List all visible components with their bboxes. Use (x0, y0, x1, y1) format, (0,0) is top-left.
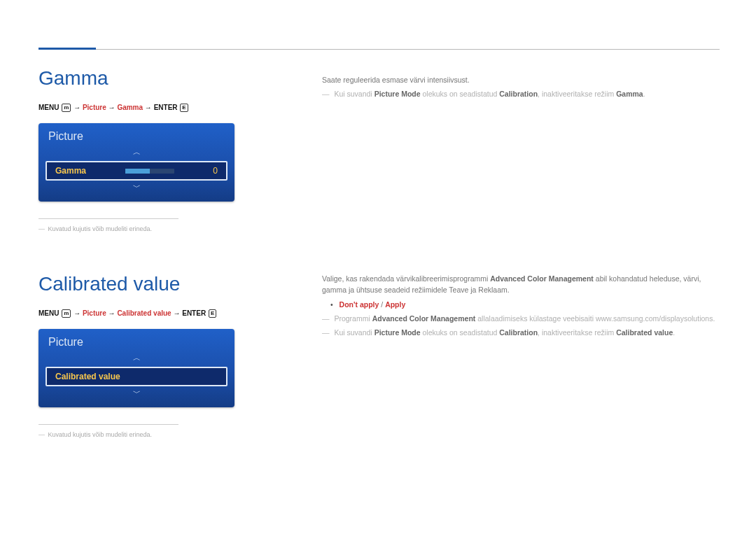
osd-selected-row[interactable]: Calibrated value (46, 367, 227, 386)
acm-bold: Advanced Color Management (490, 274, 594, 283)
t: Valige, kas rakendada värvikalibreerimis… (322, 274, 488, 283)
acm-bold: Advanced Color Management (372, 314, 476, 323)
section-calibrated-right: Valige, kas rakendada värvikalibreerimis… (322, 273, 720, 341)
section-gamma-left: Gamma MENU m → Picture → Gamma → ENTER E… (38, 67, 270, 234)
t: / (381, 300, 383, 309)
option-apply: Apply (385, 300, 405, 309)
osd-panel-gamma: Picture ︿ Gamma 0 ﹀ (38, 123, 234, 202)
t: Kui suvandi (334, 328, 372, 337)
bc-arrow: → (173, 309, 180, 317)
footnote-text: Kuvatud kujutis võib mudeliti erineda. (48, 431, 153, 438)
footnote-text: Kuvatud kujutis võib mudeliti erineda. (48, 225, 153, 232)
page-top-rule (38, 49, 720, 50)
osd-selected-label: Calibrated value (55, 372, 120, 381)
bc-picture: Picture (83, 309, 106, 317)
bc-arrow: → (108, 104, 115, 111)
section-gamma-right: Saate reguleerida esmase värvi intensiiv… (322, 74, 720, 103)
option-dont-apply: Don't apply (340, 300, 379, 309)
divider (38, 424, 178, 425)
bc-gamma: Gamma (117, 104, 143, 111)
osd-title: Picture (38, 123, 234, 147)
t: Kui suvandi (334, 90, 372, 98)
osd-arrow-down-row[interactable]: ﹀ (38, 388, 234, 400)
bc-enter: ENTER (154, 104, 178, 111)
cal-note-1: ― Programmi Advanced Color Management al… (322, 313, 720, 324)
t: olekuks on seadistatud (423, 328, 498, 337)
chevron-up-icon: ︿ (133, 147, 141, 157)
gamma-desc: Saate reguleerida esmase värvi intensiiv… (322, 74, 720, 85)
calibrated-value-bold: Calibrated value (616, 328, 673, 337)
t: allalaadimiseks külastage veebisaiti www… (477, 314, 715, 323)
bc-picture: Picture (83, 104, 106, 111)
breadcrumb-gamma: MENU m → Picture → Gamma → ENTER E (38, 104, 270, 112)
chevron-down-icon: ﹀ (133, 388, 141, 398)
t: , inaktiveeritakse režiim (538, 328, 614, 337)
bullet-icon: • (330, 300, 333, 309)
osd-selected-row[interactable]: Gamma 0 (46, 161, 227, 181)
section-calibrated-left: Calibrated value MENU m → Picture → Cali… (38, 273, 270, 440)
dash-icon: ― (322, 328, 330, 337)
dash-icon: ― (38, 225, 45, 232)
osd-arrow-up-row[interactable]: ︿ (38, 147, 234, 160)
cal-desc: Valige, kas rakendada värvikalibreerimis… (322, 273, 720, 296)
chevron-up-icon: ︿ (133, 353, 141, 363)
divider (38, 218, 178, 219)
bc-arrow: → (145, 104, 152, 111)
enter-icon: E (180, 104, 188, 112)
t: . (673, 328, 675, 337)
cal-note-2: ― Kui suvandi Picture Mode olekuks on se… (322, 327, 720, 338)
t: . (643, 90, 645, 98)
menu-icon: m (62, 309, 71, 318)
gamma-note: ― Kui suvandi Picture Mode olekuks on se… (322, 88, 720, 99)
page-top-rule-accent (38, 48, 96, 50)
calibration-bold: Calibration (499, 90, 538, 98)
osd-title: Picture (38, 329, 234, 353)
bc-arrow: → (74, 104, 80, 111)
cal-options: • Don't apply / Apply (322, 299, 720, 310)
bc-menu: MENU (38, 309, 59, 317)
calibration-bold: Calibration (499, 328, 538, 337)
bc-calibrated: Calibrated value (117, 309, 171, 317)
osd-panel-calibrated: Picture ︿ Calibrated value ﹀ (38, 329, 234, 407)
osd-selected-value: 0 (213, 166, 218, 176)
menu-icon: m (62, 104, 71, 112)
bc-menu: MENU (38, 104, 59, 111)
chevron-down-icon: ﹀ (133, 182, 141, 192)
heading-gamma: Gamma (38, 67, 270, 90)
footnote-gamma: ― Kuvatud kujutis võib mudeliti erineda. (38, 225, 270, 234)
heading-calibrated: Calibrated value (38, 273, 270, 295)
dash-icon: ― (322, 314, 330, 323)
bc-arrow: → (74, 309, 80, 317)
osd-arrow-down-row[interactable]: ﹀ (38, 182, 234, 195)
osd-selected-label: Gamma (55, 166, 86, 176)
gamma-slider-fill (125, 169, 150, 174)
dash-icon: ― (38, 431, 45, 438)
bc-arrow: → (108, 309, 115, 317)
picture-mode-bold: Picture Mode (374, 328, 421, 337)
footnote-calibrated: ― Kuvatud kujutis võib mudeliti erineda. (38, 430, 270, 440)
osd-arrow-up-row[interactable]: ︿ (38, 353, 234, 365)
enter-icon: E (209, 309, 216, 318)
t: Programmi (334, 314, 370, 323)
t: olekuks on seadistatud (423, 90, 498, 98)
gamma-slider[interactable] (125, 169, 174, 174)
picture-mode-bold: Picture Mode (374, 90, 421, 98)
dash-icon: ― (322, 90, 330, 98)
bc-enter: ENTER (182, 309, 206, 317)
gamma-bold: Gamma (616, 90, 643, 98)
breadcrumb-calibrated: MENU m → Picture → Calibrated value → EN… (38, 309, 270, 318)
t: , inaktiveeritakse režiim (538, 90, 614, 98)
